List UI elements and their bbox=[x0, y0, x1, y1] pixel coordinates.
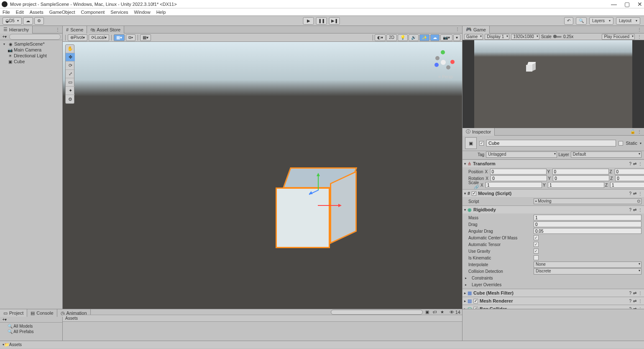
grid-snap-button[interactable]: ▦▾ bbox=[114, 34, 125, 41]
mass-input[interactable] bbox=[534, 215, 641, 221]
game-panel-menu-icon[interactable]: ⋮ bbox=[636, 27, 642, 33]
close-button[interactable]: ✕ bbox=[637, 1, 642, 8]
angular-drag-input[interactable] bbox=[534, 228, 641, 234]
gameobject-name-input[interactable] bbox=[486, 140, 616, 146]
hand-tool[interactable]: ✋ bbox=[66, 45, 75, 53]
hierarchy-tab[interactable]: ☰Hierarchy bbox=[0, 26, 33, 33]
maximize-button[interactable]: ▢ bbox=[624, 1, 630, 8]
save-search-icon[interactable]: ★ bbox=[440, 309, 445, 315]
layer-dropdown[interactable]: Default bbox=[571, 151, 641, 158]
mesh-filter-header[interactable]: ▸▦Cube (Mesh Filter)?⇄⋮ bbox=[463, 289, 644, 297]
step-button[interactable]: ▶❚ bbox=[329, 17, 340, 25]
moving-enabled-checkbox[interactable]: ✓ bbox=[472, 191, 476, 196]
menu-window[interactable]: Window bbox=[134, 10, 151, 15]
rotation-y-input[interactable] bbox=[553, 175, 609, 181]
move-tool[interactable]: ✥ bbox=[66, 53, 75, 62]
preset-icon[interactable]: ⇄ bbox=[633, 191, 636, 196]
custom-tool[interactable]: ⚙ bbox=[66, 95, 75, 103]
static-dropdown[interactable]: ▾ bbox=[640, 141, 641, 145]
draw-mode-dropdown[interactable]: ◐▾ bbox=[375, 34, 386, 41]
gameobject-active-checkbox[interactable]: ✓ bbox=[479, 141, 484, 146]
search-by-type-icon[interactable]: ▣ bbox=[424, 309, 430, 315]
constraints-foldout[interactable]: ▸ bbox=[465, 276, 467, 280]
box-collider-enabled-checkbox[interactable]: ✓ bbox=[473, 307, 478, 309]
menu-edit[interactable]: Edit bbox=[16, 10, 24, 15]
component-menu-icon[interactable]: ⋮ bbox=[638, 191, 642, 196]
static-checkbox[interactable] bbox=[618, 141, 623, 146]
skybox-toggle[interactable]: ☁ bbox=[430, 34, 440, 41]
game-mode-dropdown[interactable]: Game bbox=[464, 34, 483, 40]
lighting-toggle[interactable]: 💡 bbox=[398, 34, 408, 41]
audio-toggle[interactable]: 🔊 bbox=[409, 34, 419, 41]
interpolate-dropdown[interactable]: None bbox=[534, 262, 641, 268]
scale-y-input[interactable] bbox=[548, 182, 604, 188]
script-field[interactable]: ▪ Moving⊙ bbox=[534, 198, 641, 204]
panel-menu-icon[interactable]: ⋮ bbox=[55, 27, 61, 33]
component-menu-icon[interactable]: ⋮ bbox=[638, 208, 642, 212]
game-panel-options-icon[interactable]: ⋮ bbox=[636, 34, 642, 40]
mesh-renderer-enabled-checkbox[interactable]: ✓ bbox=[473, 299, 478, 303]
perspective-label[interactable]: ≡ Persp bbox=[438, 74, 453, 79]
2d-toggle[interactable]: 2D bbox=[386, 34, 397, 41]
menu-services[interactable]: Services bbox=[110, 10, 128, 15]
gameobject-icon[interactable]: ▣ bbox=[465, 137, 477, 149]
tag-dropdown[interactable]: Untagged bbox=[486, 151, 557, 158]
use-gravity-checkbox[interactable]: ✓ bbox=[534, 249, 539, 254]
assets-breadcrumb[interactable]: Assets bbox=[63, 315, 462, 322]
position-y-input[interactable] bbox=[552, 169, 609, 174]
hierarchy-item-directional-light[interactable]: ☀Directional Light bbox=[0, 53, 62, 59]
inspector-panel-menu-icon[interactable]: ⋮ bbox=[636, 129, 642, 135]
y-axis-handle[interactable] bbox=[318, 174, 319, 190]
box-collider-header[interactable]: ▸▢✓Box Collider?⇄⋮ bbox=[463, 305, 644, 309]
transform-tool[interactable]: ✦ bbox=[66, 87, 75, 95]
rotation-z-input[interactable] bbox=[615, 175, 644, 181]
is-kinematic-checkbox[interactable] bbox=[534, 255, 539, 260]
undo-history-button[interactable]: ↶ bbox=[564, 17, 573, 25]
position-z-input[interactable] bbox=[615, 169, 644, 174]
camera-dropdown[interactable]: 📷▾ bbox=[440, 34, 452, 41]
menu-gameobject[interactable]: GameObject bbox=[49, 10, 75, 15]
settings-button[interactable]: ⚙ bbox=[34, 17, 44, 25]
menu-file[interactable]: File bbox=[3, 10, 10, 15]
mesh-renderer-header[interactable]: ▸▧✓Mesh Renderer?⇄⋮ bbox=[463, 297, 644, 305]
scene-panel-menu-icon[interactable]: ⋮ bbox=[455, 26, 460, 32]
orientation-gizmo[interactable] bbox=[431, 50, 455, 74]
project-tab[interactable]: ▭Project bbox=[0, 309, 27, 317]
scale-z-input[interactable] bbox=[610, 182, 644, 188]
hierarchy-scene-root[interactable]: ▾◉SampleScene* bbox=[0, 41, 62, 47]
help-icon[interactable]: ? bbox=[629, 191, 631, 196]
search-button[interactable]: 🔍 bbox=[576, 17, 587, 25]
play-focused-dropdown[interactable]: Play Focused bbox=[602, 34, 635, 40]
display-dropdown[interactable]: Display 1 bbox=[485, 34, 509, 40]
local-dropdown[interactable]: ⟳ Local ▾ bbox=[89, 34, 109, 41]
game-view[interactable] bbox=[463, 40, 644, 128]
selected-cube-object[interactable] bbox=[278, 167, 362, 251]
console-tab[interactable]: ▤Console bbox=[27, 309, 57, 317]
cloud-button[interactable]: ☁ bbox=[23, 17, 33, 25]
layer-overrides-label[interactable]: Layer Overrides bbox=[468, 282, 501, 287]
rotation-x-input[interactable] bbox=[491, 175, 547, 181]
play-button[interactable]: ▶ bbox=[303, 17, 314, 25]
position-x-input[interactable] bbox=[490, 169, 547, 174]
menu-assets[interactable]: Assets bbox=[30, 10, 43, 15]
rotate-tool[interactable]: ⟳ bbox=[66, 62, 75, 70]
menu-component[interactable]: Component bbox=[81, 10, 105, 15]
component-menu-icon[interactable]: ⋮ bbox=[638, 162, 642, 166]
auto-com-checkbox[interactable]: ✓ bbox=[534, 235, 539, 240]
auto-tensor-checkbox[interactable]: ✓ bbox=[534, 242, 539, 247]
layers-dropdown[interactable]: Layers▾ bbox=[589, 17, 613, 25]
snap-increment-button[interactable]: ⧉▾ bbox=[126, 34, 135, 41]
rect-tool[interactable]: ▭ bbox=[66, 78, 75, 87]
footer-assets-label[interactable]: Assets bbox=[9, 342, 22, 347]
collision-detection-dropdown[interactable]: Discrete bbox=[534, 268, 641, 275]
scale-tool[interactable]: ⤢ bbox=[66, 70, 75, 78]
layer-overrides-foldout[interactable]: ▸ bbox=[465, 283, 467, 287]
scene-tab[interactable]: #Scene bbox=[63, 26, 87, 33]
hierarchy-item-main-camera[interactable]: 📷Main Camera bbox=[0, 47, 62, 53]
help-icon[interactable]: ? bbox=[629, 208, 631, 212]
moving-script-header[interactable]: ▾# ✓ Moving (Script) ?⇄⋮ bbox=[463, 190, 644, 197]
scale-x-input[interactable] bbox=[486, 182, 542, 188]
help-icon[interactable]: ? bbox=[629, 162, 631, 166]
transform-header[interactable]: ▾⋔ Transform ?⇄⋮ bbox=[463, 160, 644, 167]
game-tab[interactable]: 🎮Game bbox=[463, 26, 490, 33]
